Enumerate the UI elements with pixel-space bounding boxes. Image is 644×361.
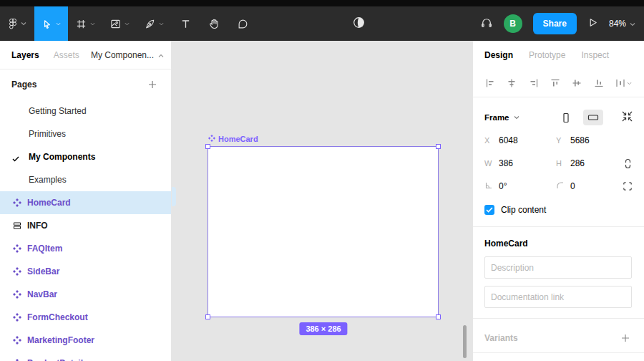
- section-divider: [473, 226, 644, 227]
- section-divider: [473, 352, 644, 353]
- width-field[interactable]: W 386: [484, 152, 513, 175]
- layer-item-navbar[interactable]: NavBar: [0, 283, 171, 306]
- layer-item-marketingfooter[interactable]: MarketingFooter: [0, 329, 171, 352]
- main-toolbar: B Share 84%: [0, 6, 644, 41]
- align-horizontal-centers-button[interactable]: [507, 78, 517, 88]
- component-icon: [13, 244, 21, 253]
- hand-icon: [208, 18, 220, 29]
- section-divider: [473, 318, 644, 319]
- frame-tool-icon: [76, 19, 87, 29]
- size-row: W 386 H 286: [473, 152, 644, 175]
- frame-section-header: Frame: [473, 107, 644, 127]
- add-variant-button[interactable]: [618, 331, 633, 345]
- component-icon: [13, 336, 21, 345]
- chevron-down-icon: [159, 22, 164, 26]
- text-tool-button[interactable]: [171, 6, 200, 41]
- page-item-primitives[interactable]: Primitives: [0, 122, 171, 145]
- tab-assets[interactable]: Assets: [54, 50, 79, 60]
- layer-item-formcheckout[interactable]: FormCheckout: [0, 306, 171, 329]
- selection-handle-top-left[interactable]: [205, 144, 210, 149]
- tool-group-left: [0, 6, 257, 41]
- independent-corners-toggle[interactable]: [619, 175, 636, 198]
- layer-item-faqitem[interactable]: FAQItem: [0, 237, 171, 260]
- frame-type-dropdown[interactable]: Frame: [484, 113, 519, 122]
- description-input[interactable]: [484, 256, 632, 279]
- selection-handle-bottom-right[interactable]: [436, 314, 441, 319]
- selected-layer-indicator: [172, 187, 176, 206]
- zoom-level-control[interactable]: 84%: [609, 19, 635, 29]
- comment-tool-button[interactable]: [228, 6, 257, 41]
- chevron-down-icon: [90, 22, 95, 26]
- layer-item-sidebar[interactable]: SideBar: [0, 260, 171, 283]
- documentation-link-input[interactable]: [484, 286, 632, 308]
- variants-section: Variants: [473, 324, 644, 352]
- component-icon: [13, 313, 21, 322]
- distribute-button[interactable]: [615, 78, 632, 88]
- y-position-field[interactable]: Y 5686: [556, 129, 590, 152]
- page-item-examples[interactable]: Examples: [0, 168, 171, 191]
- tab-inspect[interactable]: Inspect: [581, 50, 609, 60]
- align-left-button[interactable]: [485, 78, 495, 88]
- selection-handle-bottom-left[interactable]: [205, 314, 210, 319]
- layer-item-homecard[interactable]: HomeCard: [0, 191, 171, 214]
- tab-layers[interactable]: Layers: [11, 50, 39, 60]
- landscape-orientation-button[interactable]: [583, 110, 603, 125]
- page-flyout-label: My Componen...: [91, 50, 154, 60]
- corner-radius-field[interactable]: 0: [556, 175, 575, 198]
- image-icon: [110, 19, 121, 29]
- pages-list: Getting Started Primitives My Components…: [0, 100, 171, 191]
- pages-title: Pages: [11, 80, 36, 90]
- add-page-button[interactable]: [145, 77, 160, 92]
- tab-design[interactable]: Design: [484, 50, 513, 60]
- component-icon: [13, 290, 21, 299]
- align-vertical-centers-button[interactable]: [572, 78, 582, 88]
- headphones-icon[interactable]: [480, 16, 493, 32]
- frame-title-text: HomeCard: [218, 135, 258, 143]
- alignment-toolbar: [473, 69, 644, 97]
- portrait-orientation-button[interactable]: [556, 110, 576, 125]
- align-bottom-button[interactable]: [594, 78, 604, 88]
- frame-tool-button[interactable]: [68, 6, 102, 41]
- page-item-getting-started[interactable]: Getting Started: [0, 100, 171, 122]
- align-top-button[interactable]: [550, 78, 560, 88]
- clip-content-checkbox[interactable]: [484, 205, 494, 215]
- comment-bubble-icon: [238, 19, 248, 29]
- rotation-field[interactable]: 0°: [484, 175, 507, 198]
- avatar[interactable]: B: [504, 14, 522, 33]
- clip-content-row[interactable]: Clip content: [484, 200, 546, 220]
- present-play-icon[interactable]: [587, 17, 598, 31]
- canvas[interactable]: HomeCard 386 × 286: [172, 41, 472, 361]
- align-right-button[interactable]: [529, 78, 539, 88]
- toolbar-center: [353, 6, 365, 41]
- chevron-down-icon: [630, 19, 635, 29]
- pages-header: Pages: [0, 69, 171, 100]
- frame-orientation-controls: [556, 110, 633, 125]
- dimension-badge: 386 × 286: [299, 322, 347, 335]
- x-position-field[interactable]: X 6048: [484, 129, 518, 152]
- chevron-up-icon: [158, 50, 164, 60]
- layer-item-productdetail[interactable]: ProductDetail: [0, 352, 171, 361]
- resize-to-fit-icon[interactable]: [622, 111, 633, 124]
- share-button[interactable]: Share: [533, 13, 577, 34]
- page-item-my-components[interactable]: My Components: [0, 145, 171, 168]
- cursor-icon: [42, 19, 52, 29]
- main-menu-button[interactable]: [0, 6, 34, 41]
- page-flyout-button[interactable]: My Componen...: [91, 50, 164, 60]
- selection-handle-top-right[interactable]: [436, 144, 441, 149]
- image-tool-button[interactable]: [102, 6, 137, 41]
- contrast-moon-icon[interactable]: [353, 16, 365, 32]
- move-tool-button[interactable]: [34, 6, 68, 41]
- chevron-down-icon: [514, 115, 519, 120]
- height-field[interactable]: H 286: [556, 152, 585, 175]
- pen-icon: [145, 19, 155, 29]
- rotation-angle-icon: [484, 181, 493, 191]
- tab-prototype[interactable]: Prototype: [529, 50, 565, 60]
- vertical-scrollbar[interactable]: [463, 325, 467, 358]
- clip-content-label: Clip content: [501, 205, 546, 215]
- pen-tool-button[interactable]: [137, 6, 171, 41]
- hand-tool-button[interactable]: [200, 6, 228, 41]
- constrain-proportions-toggle[interactable]: [619, 152, 636, 175]
- selected-frame[interactable]: [208, 147, 438, 317]
- frame-title-label[interactable]: HomeCard: [208, 135, 258, 143]
- layer-item-info[interactable]: INFO: [0, 214, 171, 237]
